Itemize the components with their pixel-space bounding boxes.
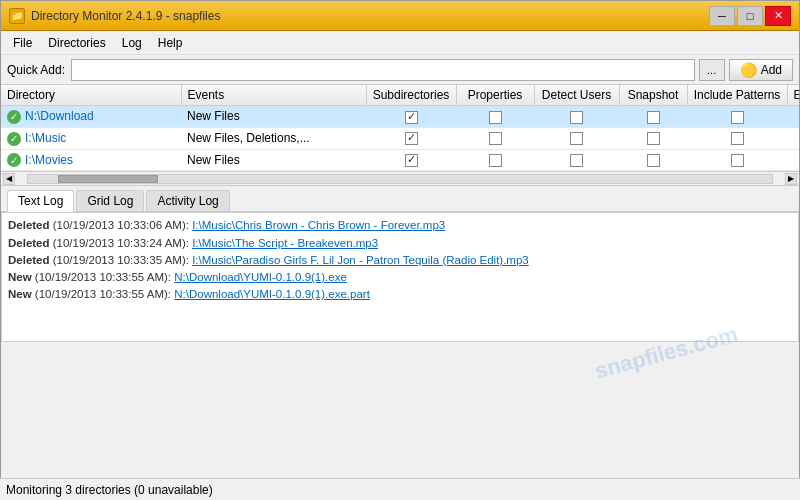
directory-link[interactable]: N:\Download (25, 109, 94, 123)
log-tabs: Text LogGrid LogActivity Log (1, 186, 799, 212)
log-meta: (10/19/2013 10:33:24 AM): (50, 237, 193, 249)
col-header-include: Include Patterns (687, 85, 787, 106)
log-type: New (8, 288, 32, 300)
status-icon: ✓ (7, 153, 21, 167)
log-path-after[interactable]: YUMI-0.1.0.9(1).exe.part (243, 288, 370, 300)
status-text: Monitoring 3 directories (0 unavailable) (6, 483, 213, 497)
app-icon: 📁 (9, 8, 25, 24)
checkbox[interactable] (489, 132, 502, 145)
table-row[interactable]: ✓I:\MoviesNew Files (1, 149, 799, 171)
log-type: Deleted (8, 237, 50, 249)
col-header-directory: Directory (1, 85, 181, 106)
cell-events: New Files (181, 149, 366, 171)
browse-button[interactable]: ... (699, 59, 725, 81)
table-row[interactable]: ✓N:\DownloadNew Files (1, 106, 799, 128)
tab-text-log[interactable]: Text Log (7, 190, 74, 212)
title-bar: 📁 Directory Monitor 2.4.1.9 - snapfiles … (1, 1, 799, 31)
cell-exclude (787, 127, 799, 149)
horizontal-scrollbar[interactable]: ◀ ▶ (1, 172, 799, 186)
table-header: Directory Events Subdirectories Properti… (1, 85, 799, 106)
cell-include (687, 127, 787, 149)
table-row[interactable]: ✓I:\MusicNew Files, Deletions,... (1, 127, 799, 149)
scroll-left-button[interactable]: ◀ (3, 173, 15, 185)
scroll-track[interactable] (27, 174, 773, 184)
cell-exclude (787, 106, 799, 128)
title-bar-left: 📁 Directory Monitor 2.4.1.9 - snapfiles (9, 8, 220, 24)
log-type: New (8, 271, 32, 283)
log-meta: (10/19/2013 10:33:55 AM): (32, 271, 175, 283)
table-body: ✓N:\DownloadNew Files✓I:\MusicNew Files,… (1, 106, 799, 171)
checkbox[interactable] (405, 111, 418, 124)
log-meta: (10/19/2013 10:33:55 AM): (32, 288, 175, 300)
cell-events: New Files (181, 106, 366, 128)
log-path-base[interactable]: I:\Music\ (192, 254, 235, 266)
checkbox[interactable] (405, 154, 418, 167)
scroll-right-button[interactable]: ▶ (785, 173, 797, 185)
add-button[interactable]: 🟡 Add (729, 59, 793, 81)
checkbox[interactable] (731, 154, 744, 167)
col-header-subdirectories: Subdirectories (366, 85, 456, 106)
log-path-base[interactable]: I:\Music\ (192, 219, 235, 231)
menu-item-help[interactable]: Help (150, 34, 191, 52)
log-path-after[interactable]: Chris Brown - Chris Brown - Forever.mp3 (235, 219, 445, 231)
log-path-base[interactable]: I:\Music\ (192, 237, 235, 249)
close-button[interactable]: ✕ (765, 6, 791, 26)
cell-snapshot (619, 106, 687, 128)
checkbox[interactable] (647, 132, 660, 145)
col-header-detect-users: Detect Users (534, 85, 619, 106)
cell-snapshot (619, 127, 687, 149)
maximize-button[interactable]: □ (737, 6, 763, 26)
log-path-after[interactable]: The Script - Breakeven.mp3 (235, 237, 378, 249)
menu-item-log[interactable]: Log (114, 34, 150, 52)
log-entry: Deleted (10/19/2013 10:33:35 AM): I:\Mus… (8, 252, 792, 269)
log-path-base[interactable]: N:\Download\ (174, 271, 243, 283)
cell-subdirs (366, 127, 456, 149)
checkbox[interactable] (731, 111, 744, 124)
tab-grid-log[interactable]: Grid Log (76, 190, 144, 211)
cell-include (687, 149, 787, 171)
checkbox[interactable] (570, 132, 583, 145)
table-area: Directory Events Subdirectories Properti… (1, 85, 799, 172)
status-bar: Monitoring 3 directories (0 unavailable) (0, 478, 800, 500)
quick-add-label: Quick Add: (7, 63, 65, 77)
log-area: Deleted (10/19/2013 10:33:06 AM): I:\Mus… (1, 212, 799, 342)
checkbox[interactable] (405, 132, 418, 145)
log-path-base[interactable]: N:\Download\ (174, 288, 243, 300)
cell-subdirs (366, 106, 456, 128)
checkbox[interactable] (489, 111, 502, 124)
log-entry: New (10/19/2013 10:33:55 AM): N:\Downloa… (8, 286, 792, 303)
log-meta: (10/19/2013 10:33:06 AM): (50, 219, 193, 231)
tab-activity-log[interactable]: Activity Log (146, 190, 229, 211)
status-icon: ✓ (7, 132, 21, 146)
log-type: Deleted (8, 254, 50, 266)
col-header-properties: Properties (456, 85, 534, 106)
add-btn-label: Add (761, 63, 782, 77)
col-header-events: Events (181, 85, 366, 106)
add-icon: 🟡 (740, 62, 757, 78)
window-controls: ─ □ ✕ (709, 6, 791, 26)
checkbox[interactable] (489, 154, 502, 167)
cell-properties (456, 106, 534, 128)
log-path-after[interactable]: YUMI-0.1.0.9(1).exe (243, 271, 347, 283)
cell-detect-users (534, 127, 619, 149)
checkbox[interactable] (731, 132, 744, 145)
scroll-thumb[interactable] (58, 175, 158, 183)
checkbox[interactable] (570, 154, 583, 167)
log-path-after[interactable]: Paradiso Girls F. Lil Jon - Patron Tequi… (235, 254, 529, 266)
menu-item-directories[interactable]: Directories (40, 34, 113, 52)
directory-table: Directory Events Subdirectories Properti… (1, 85, 799, 171)
directory-link[interactable]: I:\Movies (25, 153, 73, 167)
directory-link[interactable]: I:\Music (25, 131, 66, 145)
title-text: Directory Monitor 2.4.1.9 - snapfiles (31, 9, 220, 23)
quick-add-input[interactable] (71, 59, 695, 81)
cell-events: New Files, Deletions,... (181, 127, 366, 149)
checkbox[interactable] (647, 111, 660, 124)
checkbox[interactable] (570, 111, 583, 124)
menu-bar: FileDirectoriesLogHelp (1, 31, 799, 55)
cell-snapshot (619, 149, 687, 171)
cell-directory: ✓N:\Download (1, 106, 181, 128)
checkbox[interactable] (647, 154, 660, 167)
cell-subdirs (366, 149, 456, 171)
minimize-button[interactable]: ─ (709, 6, 735, 26)
menu-item-file[interactable]: File (5, 34, 40, 52)
